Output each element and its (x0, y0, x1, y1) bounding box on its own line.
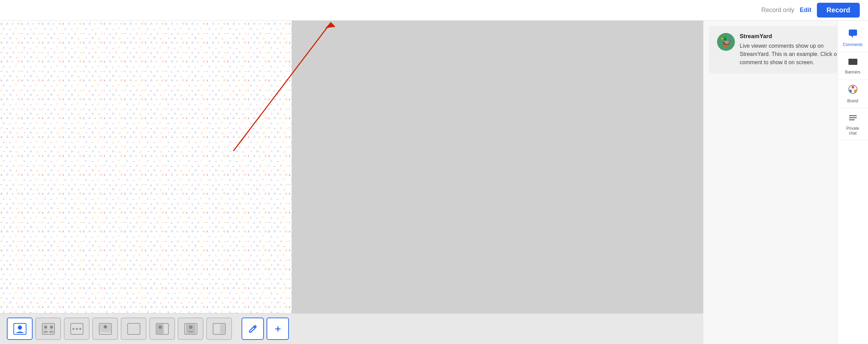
edit-button[interactable]: Edit (800, 7, 811, 14)
add-tool-button[interactable] (267, 318, 289, 340)
edit-tool-button[interactable] (242, 318, 264, 340)
layout-custom1-button[interactable] (149, 318, 175, 340)
banners-label: Banners (845, 70, 860, 74)
svg-rect-44 (849, 30, 857, 36)
svg-point-22 (44, 326, 47, 329)
sidebar-item-private-chat[interactable]: Privatechat (837, 108, 868, 141)
svg-point-30 (104, 325, 107, 329)
layout-side-by-side-button[interactable] (35, 318, 61, 340)
pattern-background: x △ + ◁ ◇ ∼ □ ⌐ × △ ∼ + (0, 21, 292, 313)
bottom-toolbar (0, 313, 703, 344)
svg-point-38 (189, 325, 192, 329)
brand-icon (848, 84, 858, 96)
banners-icon (848, 57, 858, 68)
main-layout: x △ + ◁ ◇ ∼ □ ⌐ × △ ∼ + (0, 21, 868, 344)
header: Record only Edit Record (0, 0, 868, 21)
record-button[interactable]: Record (817, 3, 860, 18)
svg-rect-46 (848, 59, 857, 65)
sidebar-item-comments[interactable]: Comments (837, 24, 868, 52)
svg-point-50 (854, 90, 857, 92)
svg-point-27 (79, 328, 81, 330)
comments-icon (848, 29, 858, 40)
layout-single-button[interactable] (7, 318, 33, 340)
layout-fullscreen-button[interactable] (121, 318, 146, 340)
layout-custom3-button[interactable] (206, 318, 232, 340)
svg-rect-41 (220, 324, 225, 334)
canvas: x △ + ◁ ◇ ∼ □ ⌐ × △ ∼ + (0, 21, 703, 313)
gray-panel (292, 21, 703, 313)
svg-point-23 (50, 326, 53, 329)
svg-rect-32 (129, 325, 139, 333)
sidebar-item-banners[interactable]: Banners (837, 52, 868, 80)
comments-label: Comments (843, 42, 863, 47)
right-sidebar: Comments Banners Brand (837, 21, 868, 344)
svg-point-48 (852, 86, 854, 89)
avatar: 🦆 (717, 33, 735, 51)
record-only-label: Record only (761, 7, 794, 14)
svg-marker-45 (851, 36, 853, 38)
avatar-emoji: 🦆 (720, 36, 732, 48)
svg-point-35 (159, 325, 162, 329)
private-chat-label: Privatechat (846, 126, 859, 136)
svg-point-18 (18, 325, 22, 330)
layout-three-up-button[interactable] (64, 318, 90, 340)
svg-point-25 (72, 328, 74, 330)
layout-pip-button[interactable] (92, 318, 118, 340)
svg-rect-14 (0, 21, 292, 313)
private-chat-icon (848, 113, 858, 124)
layout-custom2-button[interactable] (178, 318, 203, 340)
brand-label: Brand (847, 99, 858, 103)
canvas-area: x △ + ◁ ◇ ∼ □ ⌐ × △ ∼ + (0, 21, 703, 344)
sidebar-item-brand[interactable]: Brand (837, 80, 868, 108)
svg-point-26 (76, 328, 78, 330)
svg-point-49 (849, 90, 852, 92)
